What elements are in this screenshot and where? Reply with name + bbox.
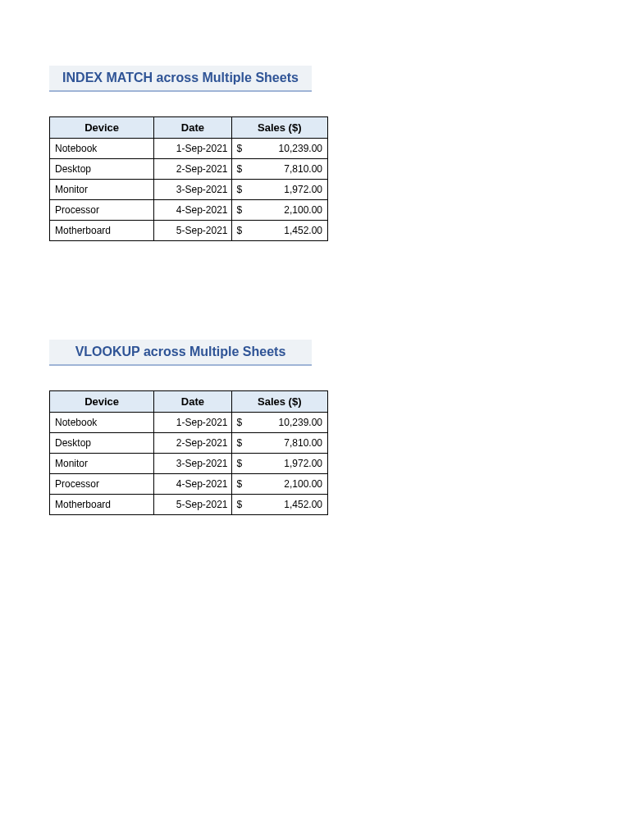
table-row: Desktop2-Sep-2021$7,810.00 [50,159,328,180]
sales-value: 10,239.00 [279,143,322,154]
cell-device: Motherboard [50,221,154,241]
sales-value: 1,972.00 [284,458,322,469]
cell-device: Processor [50,474,154,495]
table-header-row: Device Date Sales ($) [50,117,328,139]
cell-date: 4-Sep-2021 [154,200,231,221]
cell-device: Monitor [50,454,154,474]
cell-device: Desktop [50,159,154,180]
cell-sales: $10,239.00 [231,139,327,159]
table-row: Motherboard5-Sep-2021$1,452.00 [50,221,328,241]
currency-symbol: $ [237,437,243,449]
header-device: Device [50,117,154,139]
cell-device: Motherboard [50,495,154,515]
currency-symbol: $ [237,417,243,428]
table-header-row: Device Date Sales ($) [50,391,328,413]
table-row: Monitor3-Sep-2021$1,972.00 [50,180,328,200]
cell-date: 2-Sep-2021 [154,159,231,180]
sales-value: 7,810.00 [284,163,322,175]
currency-symbol: $ [237,458,243,469]
section-index-match: INDEX MATCH across Multiple Sheets Devic… [49,66,581,241]
cell-date: 5-Sep-2021 [154,221,231,241]
table-row: Monitor3-Sep-2021$1,972.00 [50,454,328,474]
cell-sales: $2,100.00 [231,474,327,495]
currency-symbol: $ [237,499,243,510]
currency-symbol: $ [237,225,243,236]
section-vlookup: VLOOKUP across Multiple Sheets Device Da… [49,340,581,515]
sales-value: 7,810.00 [284,437,322,449]
cell-device: Notebook [50,413,154,433]
cell-date: 1-Sep-2021 [154,413,231,433]
table-row: Motherboard5-Sep-2021$1,452.00 [50,495,328,515]
currency-symbol: $ [237,163,243,175]
cell-device: Notebook [50,139,154,159]
sales-value: 1,452.00 [284,499,322,510]
header-date: Date [154,391,231,413]
cell-sales: $1,452.00 [231,495,327,515]
sales-value: 2,100.00 [284,478,322,490]
cell-device: Processor [50,200,154,221]
sales-value: 2,100.00 [284,204,322,216]
cell-date: 5-Sep-2021 [154,495,231,515]
cell-device: Monitor [50,180,154,200]
table-row: Processor4-Sep-2021$2,100.00 [50,200,328,221]
cell-date: 2-Sep-2021 [154,433,231,454]
table-body-1: Notebook1-Sep-2021$10,239.00Desktop2-Sep… [50,139,328,241]
table-body-2: Notebook1-Sep-2021$10,239.00Desktop2-Sep… [50,413,328,515]
cell-sales: $7,810.00 [231,159,327,180]
table-row: Notebook1-Sep-2021$10,239.00 [50,139,328,159]
currency-symbol: $ [237,204,243,216]
section-title: VLOOKUP across Multiple Sheets [49,340,312,366]
cell-date: 3-Sep-2021 [154,454,231,474]
header-sales: Sales ($) [231,117,327,139]
cell-sales: $1,972.00 [231,180,327,200]
table-row: Processor4-Sep-2021$2,100.00 [50,474,328,495]
cell-date: 4-Sep-2021 [154,474,231,495]
header-date: Date [154,117,231,139]
cell-sales: $7,810.00 [231,433,327,454]
cell-sales: $1,972.00 [231,454,327,474]
cell-sales: $10,239.00 [231,413,327,433]
currency-symbol: $ [237,478,243,490]
currency-symbol: $ [237,184,243,195]
currency-symbol: $ [237,143,243,154]
header-sales: Sales ($) [231,391,327,413]
sales-value: 1,972.00 [284,184,322,195]
section-title: INDEX MATCH across Multiple Sheets [49,66,312,92]
sales-value: 1,452.00 [284,225,322,236]
header-device: Device [50,391,154,413]
sales-value: 10,239.00 [279,417,322,428]
cell-sales: $2,100.00 [231,200,327,221]
cell-sales: $1,452.00 [231,221,327,241]
cell-date: 1-Sep-2021 [154,139,231,159]
cell-date: 3-Sep-2021 [154,180,231,200]
cell-device: Desktop [50,433,154,454]
data-table: Device Date Sales ($) Notebook1-Sep-2021… [49,390,328,515]
data-table: Device Date Sales ($) Notebook1-Sep-2021… [49,116,328,241]
table-row: Notebook1-Sep-2021$10,239.00 [50,413,328,433]
table-row: Desktop2-Sep-2021$7,810.00 [50,433,328,454]
